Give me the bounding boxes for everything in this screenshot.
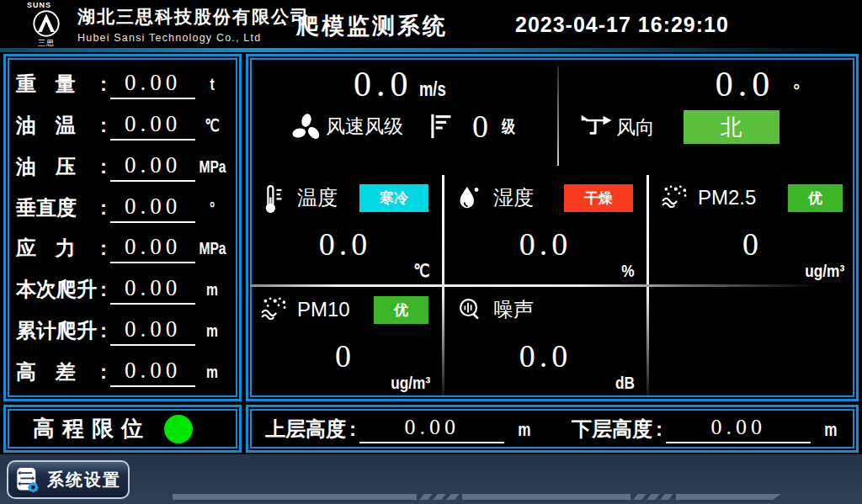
colon: : <box>100 193 107 223</box>
unit-verticality: ° <box>199 193 225 223</box>
pm25-cell: PM2.5 优 0 ug/m³ <box>649 175 856 284</box>
value-verticality: 0.00 <box>110 192 195 223</box>
wind-direction-value: 0.0 <box>716 65 775 103</box>
wind-level-value: 0 <box>472 110 488 142</box>
pm10-unit: ug/m³ <box>391 373 430 393</box>
noise-icon <box>456 295 485 324</box>
elevation-limit-label: 高程限位 <box>33 414 151 443</box>
lower-height-group: 下层高度: 0.00 m <box>572 414 839 443</box>
humidity-cell: 湿度 干燥 0.0 % <box>444 175 646 284</box>
unit-height-diff: m <box>199 357 225 387</box>
temperature-head: 温度 寒冷 <box>248 175 442 212</box>
elevation-limit-indicator-light <box>164 415 193 443</box>
unit-weight: t <box>199 69 225 99</box>
value-height-diff: 0.00 <box>110 356 195 387</box>
label-oil-pressure: 油 压 <box>16 151 100 182</box>
noise-unit: dB <box>615 373 635 393</box>
footer-decoration-stripes <box>173 494 781 500</box>
lower-height-unit: m <box>825 416 838 443</box>
sansi-logo-icon <box>32 9 61 38</box>
upper-height-group: 上层高度: 0.00 m <box>265 414 533 443</box>
wind-speed-value-line: 0.0 m/s <box>248 65 558 103</box>
colon: : <box>100 233 107 263</box>
colon: : <box>100 357 107 387</box>
logo-suns-text: SUNS <box>22 1 71 9</box>
unit-current-climb: m <box>199 274 225 305</box>
row-weight: 重 量: 0.00 t <box>16 68 229 99</box>
temperature-status-badge: 寒冷 <box>359 184 428 212</box>
unit-total-climb: m <box>199 316 225 346</box>
noise-value: 0.0 <box>444 337 646 374</box>
row-stress: 应 力: 0.00 MPa <box>16 232 229 263</box>
company-name: 湖北三思科技股份有限公司 Hubei Sansi Technology Co.,… <box>77 5 310 44</box>
colon: : <box>100 110 107 141</box>
measurement-panel: 重 量: 0.00 t 油 温: 0.00 ℃ 油 压: 0.00 MPa 垂直… <box>3 54 242 401</box>
pm25-head: PM2.5 优 <box>649 175 856 212</box>
unit-oil-pressure: MPa <box>199 151 225 182</box>
colon: : <box>100 151 107 182</box>
pm10-status-badge: 优 <box>374 296 428 324</box>
pm10-head: PM10 优 <box>248 287 442 324</box>
upper-height-value: 0.00 <box>359 414 504 443</box>
lower-height-label: 下层高度 <box>572 415 652 443</box>
humidity-status-badge: 干燥 <box>564 184 633 212</box>
pm10-value: 0 <box>248 337 442 374</box>
pm10-label: PM10 <box>297 298 350 321</box>
upper-height-label: 上层高度 <box>265 415 346 443</box>
fan-icon <box>290 112 318 141</box>
value-total-climb: 0.00 <box>110 315 195 346</box>
page-title: 爬模监测系统 <box>296 11 448 41</box>
thermometer-icon <box>260 183 289 212</box>
colon: : <box>100 316 107 346</box>
humidity-unit: % <box>622 261 635 281</box>
company-logo: SUNS 三思 <box>22 1 71 49</box>
wind-level-icon <box>427 111 454 141</box>
colon: : <box>100 69 107 99</box>
wind-direction-unit: ° <box>793 81 800 100</box>
row-current-climb: 本次爬升: 0.00 m <box>16 273 229 305</box>
value-weight: 0.00 <box>110 68 195 99</box>
colon: : <box>349 415 356 443</box>
value-current-climb: 0.00 <box>110 273 195 305</box>
particles-icon <box>260 295 289 324</box>
label-oil-temp: 油 温 <box>16 110 100 141</box>
row-height-diff: 高 差: 0.00 m <box>16 356 229 387</box>
wind-speed-unit: m/s <box>419 78 446 101</box>
unit-oil-temp: ℃ <box>199 110 225 141</box>
noise-cell: 噪声 0.0 dB <box>444 287 646 396</box>
empty-cell <box>649 287 856 396</box>
settings-button-label: 系统设置 <box>47 469 121 491</box>
label-weight: 重 量 <box>16 69 100 99</box>
wind-vane-icon <box>580 113 609 141</box>
row-oil-temp: 油 温: 0.00 ℃ <box>16 109 229 141</box>
environment-panel: 0.0 m/s 风速风级 <box>246 54 859 401</box>
wind-speed-label: 风速风级 <box>326 114 403 140</box>
wind-speed-label-line: 风速风级 0 级 <box>248 110 558 142</box>
temperature-cell: 温度 寒冷 0.0 ℃ <box>248 175 442 284</box>
wind-direction-section: 0.0 ° 风向 北 <box>558 56 856 173</box>
noise-head: 噪声 <box>444 287 646 324</box>
value-stress: 0.00 <box>110 232 195 263</box>
lower-height-value: 0.00 <box>666 414 811 443</box>
wind-level-unit: 级 <box>502 115 515 138</box>
label-current-climb: 本次爬升 <box>16 274 100 305</box>
wind-direction-value-line: 0.0 ° <box>558 65 856 103</box>
upper-height-unit: m <box>519 416 531 443</box>
noise-label: 噪声 <box>493 296 534 323</box>
company-name-en: Hubei Sansi Technology Co., Ltd <box>77 32 310 44</box>
header: SUNS 三思 湖北三思科技股份有限公司 Hubei Sansi Technol… <box>0 0 862 48</box>
label-stress: 应 力 <box>16 233 100 263</box>
row-oil-pressure: 油 压: 0.00 MPa <box>16 151 229 182</box>
wind-direction-badge: 北 <box>684 110 780 144</box>
pm25-value: 0 <box>649 225 856 263</box>
wind-speed-section: 0.0 m/s 风速风级 <box>248 56 558 173</box>
particles-icon <box>661 183 689 212</box>
temperature-value: 0.0 <box>248 225 442 263</box>
wind-direction-label: 风向 <box>616 114 655 141</box>
system-settings-button[interactable]: 系统设置 <box>7 460 130 499</box>
colon: : <box>656 415 662 443</box>
elevation-limit-panel: 高程限位 <box>3 405 242 453</box>
value-oil-pressure: 0.00 <box>110 151 195 182</box>
row-verticality: 垂直度: 0.00 ° <box>16 192 229 223</box>
label-height-diff: 高 差 <box>16 357 100 387</box>
